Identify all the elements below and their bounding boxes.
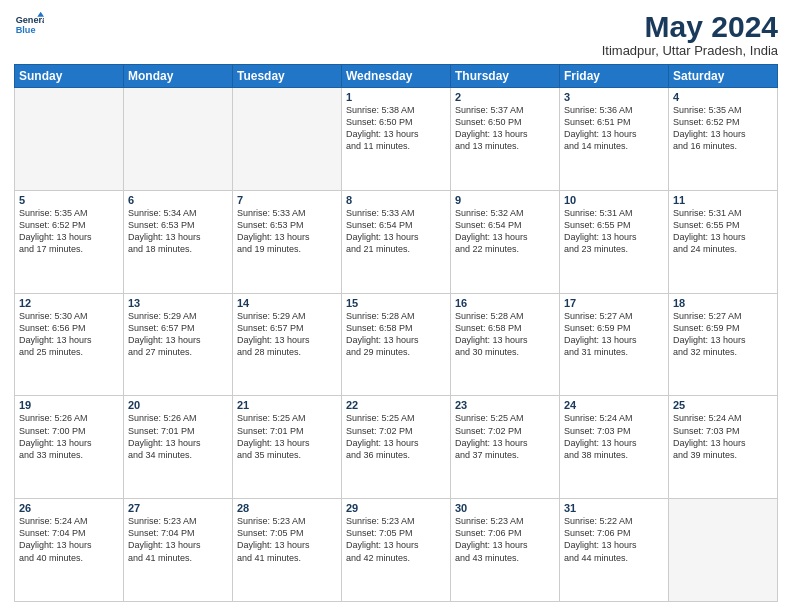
day-info: Sunrise: 5:38 AMSunset: 6:50 PMDaylight:… (346, 104, 446, 153)
day-info: Sunrise: 5:25 AMSunset: 7:02 PMDaylight:… (346, 412, 446, 461)
calendar-day-cell: 20Sunrise: 5:26 AMSunset: 7:01 PMDayligh… (124, 396, 233, 499)
day-number: 30 (455, 502, 555, 514)
calendar-day-cell: 13Sunrise: 5:29 AMSunset: 6:57 PMDayligh… (124, 293, 233, 396)
main-title: May 2024 (602, 10, 778, 43)
calendar-day-cell: 28Sunrise: 5:23 AMSunset: 7:05 PMDayligh… (233, 499, 342, 602)
calendar-day-cell (669, 499, 778, 602)
day-info: Sunrise: 5:23 AMSunset: 7:04 PMDaylight:… (128, 515, 228, 564)
day-info: Sunrise: 5:23 AMSunset: 7:05 PMDaylight:… (346, 515, 446, 564)
calendar-week-row: 19Sunrise: 5:26 AMSunset: 7:00 PMDayligh… (15, 396, 778, 499)
day-info: Sunrise: 5:37 AMSunset: 6:50 PMDaylight:… (455, 104, 555, 153)
calendar-day-cell: 24Sunrise: 5:24 AMSunset: 7:03 PMDayligh… (560, 396, 669, 499)
calendar-day-cell: 21Sunrise: 5:25 AMSunset: 7:01 PMDayligh… (233, 396, 342, 499)
day-info: Sunrise: 5:26 AMSunset: 7:00 PMDaylight:… (19, 412, 119, 461)
day-info: Sunrise: 5:36 AMSunset: 6:51 PMDaylight:… (564, 104, 664, 153)
day-info: Sunrise: 5:33 AMSunset: 6:54 PMDaylight:… (346, 207, 446, 256)
calendar-week-row: 1Sunrise: 5:38 AMSunset: 6:50 PMDaylight… (15, 88, 778, 191)
calendar-day-cell: 12Sunrise: 5:30 AMSunset: 6:56 PMDayligh… (15, 293, 124, 396)
calendar-day-cell: 29Sunrise: 5:23 AMSunset: 7:05 PMDayligh… (342, 499, 451, 602)
day-number: 29 (346, 502, 446, 514)
title-block: May 2024 Itimadpur, Uttar Pradesh, India (602, 10, 778, 58)
day-info: Sunrise: 5:33 AMSunset: 6:53 PMDaylight:… (237, 207, 337, 256)
day-number: 11 (673, 194, 773, 206)
day-info: Sunrise: 5:22 AMSunset: 7:06 PMDaylight:… (564, 515, 664, 564)
calendar-day-cell (124, 88, 233, 191)
calendar-day-cell: 18Sunrise: 5:27 AMSunset: 6:59 PMDayligh… (669, 293, 778, 396)
day-number: 14 (237, 297, 337, 309)
day-number: 7 (237, 194, 337, 206)
day-info: Sunrise: 5:23 AMSunset: 7:05 PMDaylight:… (237, 515, 337, 564)
calendar-day-cell (15, 88, 124, 191)
day-number: 8 (346, 194, 446, 206)
calendar-day-cell: 23Sunrise: 5:25 AMSunset: 7:02 PMDayligh… (451, 396, 560, 499)
day-number: 9 (455, 194, 555, 206)
calendar-day-cell: 7Sunrise: 5:33 AMSunset: 6:53 PMDaylight… (233, 190, 342, 293)
calendar-day-cell: 9Sunrise: 5:32 AMSunset: 6:54 PMDaylight… (451, 190, 560, 293)
calendar-day-cell: 11Sunrise: 5:31 AMSunset: 6:55 PMDayligh… (669, 190, 778, 293)
calendar-day-cell: 4Sunrise: 5:35 AMSunset: 6:52 PMDaylight… (669, 88, 778, 191)
calendar-day-cell (233, 88, 342, 191)
day-number: 1 (346, 91, 446, 103)
calendar-day-cell: 22Sunrise: 5:25 AMSunset: 7:02 PMDayligh… (342, 396, 451, 499)
svg-text:Blue: Blue (16, 25, 36, 35)
day-info: Sunrise: 5:27 AMSunset: 6:59 PMDaylight:… (673, 310, 773, 359)
calendar-header: Sunday Monday Tuesday Wednesday Thursday… (15, 65, 778, 88)
col-monday: Monday (124, 65, 233, 88)
calendar-day-cell: 31Sunrise: 5:22 AMSunset: 7:06 PMDayligh… (560, 499, 669, 602)
col-sunday: Sunday (15, 65, 124, 88)
day-number: 16 (455, 297, 555, 309)
calendar-day-cell: 19Sunrise: 5:26 AMSunset: 7:00 PMDayligh… (15, 396, 124, 499)
calendar-week-row: 5Sunrise: 5:35 AMSunset: 6:52 PMDaylight… (15, 190, 778, 293)
day-info: Sunrise: 5:34 AMSunset: 6:53 PMDaylight:… (128, 207, 228, 256)
day-number: 10 (564, 194, 664, 206)
col-wednesday: Wednesday (342, 65, 451, 88)
day-number: 2 (455, 91, 555, 103)
calendar-day-cell: 1Sunrise: 5:38 AMSunset: 6:50 PMDaylight… (342, 88, 451, 191)
calendar-day-cell: 16Sunrise: 5:28 AMSunset: 6:58 PMDayligh… (451, 293, 560, 396)
day-number: 22 (346, 399, 446, 411)
day-number: 24 (564, 399, 664, 411)
day-info: Sunrise: 5:27 AMSunset: 6:59 PMDaylight:… (564, 310, 664, 359)
day-info: Sunrise: 5:30 AMSunset: 6:56 PMDaylight:… (19, 310, 119, 359)
col-friday: Friday (560, 65, 669, 88)
day-number: 27 (128, 502, 228, 514)
calendar-day-cell: 15Sunrise: 5:28 AMSunset: 6:58 PMDayligh… (342, 293, 451, 396)
day-info: Sunrise: 5:31 AMSunset: 6:55 PMDaylight:… (673, 207, 773, 256)
calendar-day-cell: 30Sunrise: 5:23 AMSunset: 7:06 PMDayligh… (451, 499, 560, 602)
calendar-week-row: 12Sunrise: 5:30 AMSunset: 6:56 PMDayligh… (15, 293, 778, 396)
day-number: 21 (237, 399, 337, 411)
calendar-day-cell: 17Sunrise: 5:27 AMSunset: 6:59 PMDayligh… (560, 293, 669, 396)
calendar-day-cell: 2Sunrise: 5:37 AMSunset: 6:50 PMDaylight… (451, 88, 560, 191)
day-info: Sunrise: 5:29 AMSunset: 6:57 PMDaylight:… (128, 310, 228, 359)
day-info: Sunrise: 5:24 AMSunset: 7:04 PMDaylight:… (19, 515, 119, 564)
day-info: Sunrise: 5:31 AMSunset: 6:55 PMDaylight:… (564, 207, 664, 256)
logo: General Blue (14, 10, 44, 40)
subtitle: Itimadpur, Uttar Pradesh, India (602, 43, 778, 58)
day-info: Sunrise: 5:24 AMSunset: 7:03 PMDaylight:… (564, 412, 664, 461)
logo-icon: General Blue (14, 10, 44, 40)
day-number: 19 (19, 399, 119, 411)
day-info: Sunrise: 5:35 AMSunset: 6:52 PMDaylight:… (19, 207, 119, 256)
calendar-day-cell: 26Sunrise: 5:24 AMSunset: 7:04 PMDayligh… (15, 499, 124, 602)
svg-text:General: General (16, 15, 44, 25)
day-number: 18 (673, 297, 773, 309)
svg-marker-2 (37, 12, 44, 17)
day-number: 20 (128, 399, 228, 411)
calendar-body: 1Sunrise: 5:38 AMSunset: 6:50 PMDaylight… (15, 88, 778, 602)
calendar-day-cell: 6Sunrise: 5:34 AMSunset: 6:53 PMDaylight… (124, 190, 233, 293)
day-number: 4 (673, 91, 773, 103)
day-info: Sunrise: 5:25 AMSunset: 7:02 PMDaylight:… (455, 412, 555, 461)
day-number: 23 (455, 399, 555, 411)
day-number: 26 (19, 502, 119, 514)
day-number: 28 (237, 502, 337, 514)
header: General Blue May 2024 Itimadpur, Uttar P… (14, 10, 778, 58)
day-number: 5 (19, 194, 119, 206)
day-number: 25 (673, 399, 773, 411)
col-tuesday: Tuesday (233, 65, 342, 88)
day-info: Sunrise: 5:28 AMSunset: 6:58 PMDaylight:… (455, 310, 555, 359)
calendar-day-cell: 3Sunrise: 5:36 AMSunset: 6:51 PMDaylight… (560, 88, 669, 191)
calendar-week-row: 26Sunrise: 5:24 AMSunset: 7:04 PMDayligh… (15, 499, 778, 602)
calendar-table: Sunday Monday Tuesday Wednesday Thursday… (14, 64, 778, 602)
col-thursday: Thursday (451, 65, 560, 88)
day-info: Sunrise: 5:32 AMSunset: 6:54 PMDaylight:… (455, 207, 555, 256)
